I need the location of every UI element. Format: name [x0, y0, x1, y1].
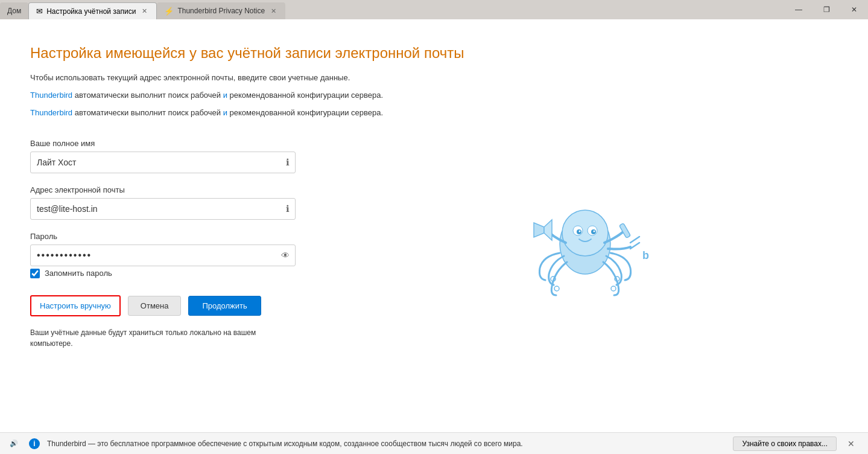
tab-account-close[interactable]: ✕ — [139, 7, 149, 16]
tab-privacy-icon: ⚡ — [164, 7, 174, 16]
email-info-icon[interactable]: ℹ — [286, 203, 290, 214]
manual-setup-button[interactable]: Настроить вручную — [30, 295, 121, 316]
tabs-area: Дом ✉ Настройка учётной записи ✕ ⚡ Thund… — [0, 0, 785, 19]
page-content: Настройка имеющейся у вас учётной записи… — [0, 19, 868, 432]
tab-privacy[interactable]: ⚡ Thunderbird Privacy Notice ✕ — [157, 2, 285, 19]
name-info-icon[interactable]: ℹ — [286, 157, 290, 168]
remember-checkbox[interactable] — [30, 269, 40, 278]
buttons-row: Настроить вручную Отмена Продолжить — [30, 295, 296, 316]
status-info-icon: i — [29, 438, 40, 449]
svg-point-15 — [611, 286, 616, 291]
password-input[interactable] — [30, 245, 296, 266]
form-section: Ваше полное имя ℹ Адрес электронной почт… — [30, 139, 838, 349]
continue-button[interactable]: Продолжить — [188, 296, 261, 316]
password-input-wrapper: 👁 — [30, 245, 296, 266]
maximize-button[interactable]: ❐ — [813, 0, 840, 19]
svg-line-10 — [630, 243, 639, 249]
status-text: Thunderbird — это бесплатное программное… — [47, 440, 726, 448]
svg-rect-8 — [619, 223, 630, 238]
minimize-button[interactable]: — — [785, 0, 813, 19]
svg-point-6 — [578, 230, 580, 232]
description-line2: Thunderbird автоматически выполнит поиск… — [30, 89, 838, 102]
svg-text:b: b — [642, 249, 649, 261]
octopus-illustration: b — [519, 190, 651, 310]
titlebar: Дом ✉ Настройка учётной записи ✕ ⚡ Thund… — [0, 0, 868, 19]
page-title: Настройка имеющейся у вас учётной записи… — [30, 43, 838, 62]
tab-account-label: Настройка учётной записи — [46, 7, 136, 16]
cancel-button[interactable]: Отмена — [128, 296, 182, 316]
svg-point-1 — [562, 210, 608, 256]
tab-privacy-label: Thunderbird Privacy Notice — [177, 7, 265, 15]
name-group: Ваше полное имя ℹ — [30, 139, 296, 173]
rights-button[interactable]: Узнайте о своих правах... — [733, 436, 837, 451]
password-toggle-icon[interactable]: 👁 — [281, 251, 290, 260]
password-label: Пароль — [30, 232, 296, 241]
status-close-button[interactable]: ✕ — [844, 436, 858, 451]
email-input[interactable] — [30, 198, 296, 220]
tab-home-label: Дом — [7, 7, 21, 15]
remember-label: Запомнить пароль — [45, 269, 112, 278]
name-label: Ваше полное имя — [30, 139, 296, 148]
description-line3: Thunderbird автоматически выполнит поиск… — [30, 107, 838, 120]
privacy-note: Ваши учётные данные будут храниться толь… — [30, 327, 296, 349]
close-button[interactable]: ✕ — [840, 0, 868, 19]
name-input-wrapper: ℹ — [30, 152, 296, 173]
tab-account[interactable]: ✉ Настройка учётной записи ✕ — [28, 2, 157, 19]
email-input-wrapper: ℹ — [30, 198, 296, 220]
email-label: Адрес электронной почты — [30, 185, 296, 194]
svg-line-9 — [630, 237, 639, 243]
illustration-area: b — [332, 139, 838, 349]
status-bar: 🔊 i Thunderbird — это бесплатное програм… — [0, 432, 868, 454]
svg-point-13 — [554, 286, 559, 291]
tab-account-icon: ✉ — [36, 7, 43, 16]
password-group: Пароль 👁 Запомнить пароль — [30, 232, 296, 278]
tab-privacy-close[interactable]: ✕ — [268, 6, 278, 16]
form-fields: Ваше полное имя ℹ Адрес электронной почт… — [30, 139, 296, 349]
remember-row: Запомнить пароль — [30, 269, 296, 278]
tab-home[interactable]: Дом — [0, 2, 28, 19]
email-group: Адрес электронной почты ℹ — [30, 185, 296, 220]
speaker-icon: 🔊 — [10, 440, 18, 447]
main-area: Настройка имеющейся у вас учётной записи… — [0, 19, 868, 454]
description-line1: Чтобы использовать текущий адрес электро… — [30, 72, 838, 85]
window-controls: — ❐ ✕ — [785, 0, 868, 19]
name-input[interactable] — [30, 152, 296, 173]
svg-point-7 — [593, 230, 595, 232]
